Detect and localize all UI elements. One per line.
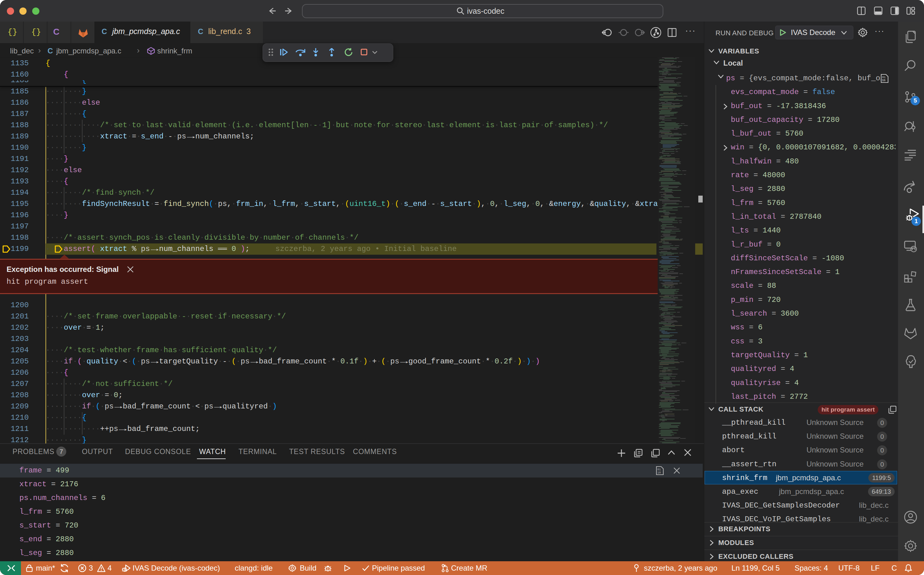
svg-text:01: 01 [657,468,661,471]
svg-text:10: 10 [882,79,886,82]
svg-text:01: 01 [882,76,886,79]
svg-text:10: 10 [657,471,661,474]
